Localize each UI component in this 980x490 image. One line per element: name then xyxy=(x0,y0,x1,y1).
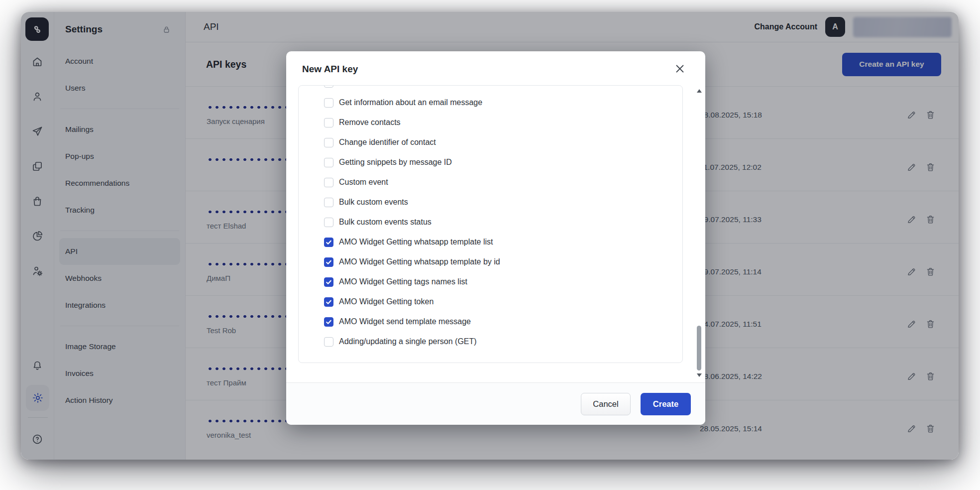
check-icon xyxy=(326,299,332,305)
check-icon xyxy=(326,239,332,245)
scroll-up-arrow-icon[interactable] xyxy=(697,89,702,93)
scroll-down-arrow-icon[interactable] xyxy=(697,373,702,377)
checkbox[interactable] xyxy=(324,277,333,287)
new-api-key-modal: New API key SMTP xyxy=(286,51,705,425)
checkbox[interactable] xyxy=(324,317,333,327)
permission-label: Custom event xyxy=(339,178,388,187)
checkbox[interactable] xyxy=(324,138,333,147)
check-icon xyxy=(326,279,332,285)
checkbox[interactable] xyxy=(324,98,333,108)
checkbox[interactable] xyxy=(324,337,333,347)
permission-label: AMO Widget Getting whatsapp template by … xyxy=(339,257,500,266)
create-button[interactable]: Create xyxy=(641,393,691,415)
permission-item[interactable]: AMO Widget Getting tags names list xyxy=(299,272,682,292)
checkbox[interactable] xyxy=(324,297,333,307)
permission-label: Bulk custom events status xyxy=(339,218,432,227)
permission-item[interactable]: AMO Widget Getting token xyxy=(299,292,682,312)
checkbox[interactable] xyxy=(324,198,333,207)
permission-item[interactable]: Adding/updating a single person (GET) xyxy=(299,332,682,352)
permission-label: AMO Widget Getting token xyxy=(339,297,434,306)
screenshot-root: Settings Account Users xyxy=(0,0,980,490)
checkbox[interactable] xyxy=(324,85,333,88)
permission-item[interactable]: Get information about an email message xyxy=(299,93,682,113)
permission-item[interactable]: Remove contacts xyxy=(299,113,682,132)
modal-footer: Cancel Create xyxy=(286,382,705,425)
permission-label: Bulk custom events xyxy=(339,198,408,207)
app-window: Settings Account Users xyxy=(21,12,959,460)
permission-item[interactable]: AMO Widget send template message xyxy=(299,312,682,332)
permission-item[interactable]: Custom event xyxy=(299,172,682,192)
permission-item[interactable]: AMO Widget Getting whatsapp template lis… xyxy=(299,232,682,252)
close-icon[interactable] xyxy=(674,63,686,75)
modal-title: New API key xyxy=(302,64,358,75)
checkbox[interactable] xyxy=(324,178,333,187)
checkbox[interactable] xyxy=(324,218,333,227)
permissions-list: SMTP Get information about an email mess… xyxy=(298,85,683,363)
checkbox[interactable] xyxy=(324,118,333,127)
permission-item[interactable]: Bulk custom events xyxy=(299,192,682,212)
permission-label: Change identifier of contact xyxy=(339,138,436,147)
permission-label: SMTP xyxy=(339,85,361,87)
checkbox[interactable] xyxy=(324,158,333,167)
permission-label: Get information about an email message xyxy=(339,98,482,107)
permission-label: Remove contacts xyxy=(339,118,401,127)
permission-label: AMO Widget send template message xyxy=(339,317,471,326)
scrollbar-thumb[interactable] xyxy=(697,326,701,370)
permission-item[interactable]: AMO Widget Getting whatsapp template by … xyxy=(299,252,682,272)
permission-label: Adding/updating a single person (GET) xyxy=(339,337,477,346)
check-icon xyxy=(326,259,332,265)
cancel-button[interactable]: Cancel xyxy=(581,393,631,415)
permission-item[interactable]: Getting snippets by message ID xyxy=(299,152,682,172)
permission-label: Getting snippets by message ID xyxy=(339,158,452,167)
permission-label: AMO Widget Getting whatsapp template lis… xyxy=(339,238,493,246)
permission-item[interactable]: SMTP xyxy=(299,85,682,93)
checkbox[interactable] xyxy=(324,257,333,267)
check-icon xyxy=(326,319,332,325)
permission-label: AMO Widget Getting tags names list xyxy=(339,277,467,286)
checkbox[interactable] xyxy=(324,238,333,247)
permission-item[interactable]: Change identifier of contact xyxy=(299,132,682,152)
permission-item[interactable]: Bulk custom events status xyxy=(299,212,682,232)
